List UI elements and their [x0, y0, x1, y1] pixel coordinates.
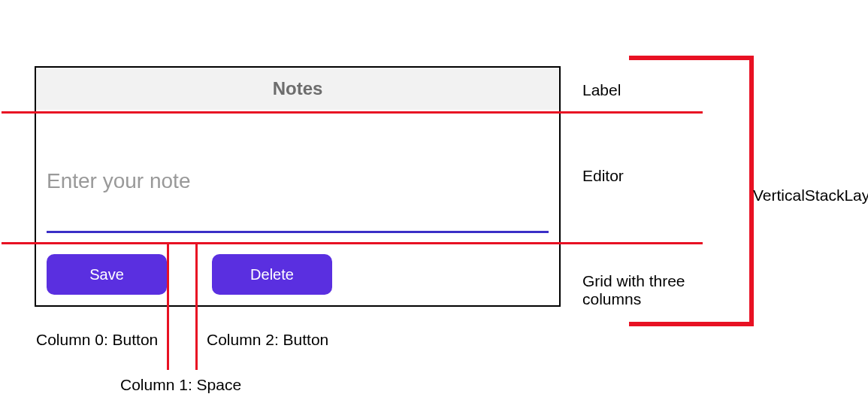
annotation-vertical-stack: VerticalStackLayout: [753, 186, 868, 205]
annotation-line-below-title: [2, 111, 703, 114]
vertical-stack-bracket: [733, 56, 749, 326]
annotation-label: Label: [582, 81, 621, 99]
annotation-line-column-divider-2: [195, 242, 198, 370]
annotation-grid: Grid with three columns: [582, 272, 703, 308]
delete-button[interactable]: Delete: [212, 254, 332, 295]
title-bar: Notes: [36, 68, 559, 110]
annotation-column-0: Column 0: Button: [36, 331, 158, 349]
save-button[interactable]: Save: [47, 254, 167, 295]
grid-column-2: Delete: [212, 254, 332, 295]
annotation-column-1: Column 1: Space: [120, 376, 241, 394]
grid-column-0: Save: [47, 254, 167, 295]
page-title: Notes: [273, 78, 323, 99]
button-grid: Save Delete: [36, 244, 559, 305]
annotation-line-below-editor: [2, 242, 703, 244]
vertical-stack-layout: Notes Save Delete: [35, 66, 561, 307]
annotation-line-column-divider-1: [167, 242, 169, 370]
note-editor[interactable]: [47, 169, 549, 193]
bracket-bottom: [629, 322, 749, 326]
annotation-editor: Editor: [582, 167, 624, 185]
bracket-top: [629, 56, 749, 60]
editor-underline: [47, 231, 549, 233]
editor-area: [36, 110, 559, 244]
annotation-column-2: Column 2: Button: [207, 331, 328, 349]
